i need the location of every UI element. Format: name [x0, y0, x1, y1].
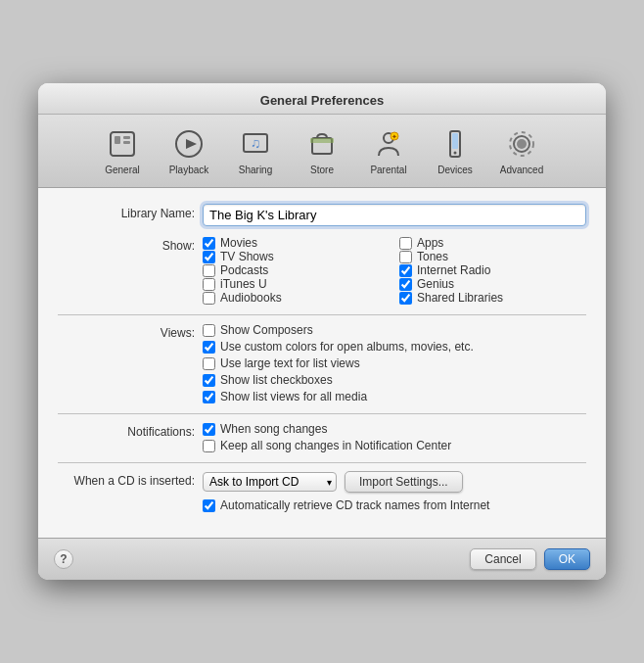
checkbox-list-checkboxes[interactable]: Show list checkboxes: [203, 373, 586, 387]
shared-libraries-checkbox[interactable]: [399, 292, 412, 305]
list-views-all-label: Show list views for all media: [220, 390, 367, 403]
checkbox-show-composers[interactable]: Show Composers: [203, 323, 586, 337]
tones-checkbox[interactable]: [399, 251, 412, 263]
show-content: Movies TV Shows Podcasts iTunes U: [195, 236, 586, 305]
window-title: General Preferences: [260, 93, 384, 108]
large-text-checkbox[interactable]: [203, 357, 215, 370]
toolbar-playback[interactable]: Playback: [158, 122, 220, 179]
checkbox-internet-radio[interactable]: Internet Radio: [399, 263, 586, 277]
list-checkboxes-checkbox[interactable]: [203, 374, 215, 387]
tv-shows-checkbox[interactable]: [203, 251, 215, 263]
tv-shows-label: TV Shows: [220, 250, 274, 263]
checkbox-keep-song-changes[interactable]: Keep all song changes in Notification Ce…: [203, 439, 586, 452]
show-left-column: Movies TV Shows Podcasts iTunes U: [203, 236, 390, 305]
genius-label: Genius: [417, 277, 454, 291]
show-right-column: Apps Tones Internet Radio Genius: [399, 236, 586, 305]
when-song-changes-checkbox[interactable]: [203, 423, 215, 436]
help-icon: ?: [60, 552, 67, 566]
content-area: Library Name: Show: Movies: [38, 188, 606, 538]
checkbox-movies[interactable]: Movies: [203, 236, 390, 250]
toolbar: General Playback ♫ Sharing: [38, 115, 606, 188]
checkbox-auto-retrieve[interactable]: Automatically retrieve CD track names fr…: [203, 498, 586, 512]
notifications-row: Notifications: When song changes Keep al…: [58, 422, 586, 452]
custom-colors-checkbox[interactable]: [203, 341, 215, 354]
keep-song-changes-checkbox[interactable]: [203, 440, 215, 452]
internet-radio-checkbox[interactable]: [399, 264, 412, 277]
bottom-bar: ? Cancel OK: [38, 538, 606, 580]
apps-checkbox[interactable]: [399, 237, 412, 250]
bottom-buttons: Cancel OK: [470, 548, 590, 570]
checkbox-tones[interactable]: Tones: [399, 250, 586, 263]
show-row: Show: Movies TV Shows: [58, 236, 586, 305]
advanced-icon: [504, 126, 539, 162]
svg-rect-3: [123, 141, 130, 144]
toolbar-advanced[interactable]: Advanced: [490, 122, 553, 179]
list-views-all-checkbox[interactable]: [203, 391, 215, 403]
toolbar-sharing[interactable]: ♫ Sharing: [224, 122, 287, 179]
cd-label: When a CD is inserted:: [58, 471, 195, 488]
itunes-u-label: iTunes U: [220, 277, 267, 291]
library-name-input[interactable]: [203, 204, 586, 226]
itunes-u-checkbox[interactable]: [203, 278, 215, 291]
svg-text:✦: ✦: [391, 133, 397, 140]
checkbox-itunes-u[interactable]: iTunes U: [203, 277, 390, 291]
import-settings-button[interactable]: Import Settings...: [345, 471, 463, 493]
checkbox-shared-libraries[interactable]: Shared Libraries: [399, 291, 586, 305]
checkbox-custom-colors[interactable]: Use custom colors for open albums, movie…: [203, 340, 586, 354]
apps-label: Apps: [417, 236, 443, 250]
svg-rect-0: [111, 132, 134, 156]
podcasts-checkbox[interactable]: [203, 264, 215, 277]
checkbox-list-views-all[interactable]: Show list views for all media: [203, 390, 586, 403]
when-song-changes-label: When song changes: [220, 422, 327, 436]
cd-select-wrapper: Ask to Import CD Import CD Import CD and…: [203, 472, 337, 492]
audiobooks-label: Audiobooks: [220, 291, 282, 305]
show-checkbox-grid: Movies TV Shows Podcasts iTunes U: [203, 236, 586, 305]
notifications-content: When song changes Keep all song changes …: [195, 422, 586, 452]
keep-song-changes-label: Keep all song changes in Notification Ce…: [220, 439, 451, 452]
devices-label: Devices: [437, 165, 473, 175]
views-checkboxes: Show Composers Use custom colors for ope…: [203, 323, 586, 403]
cd-action-select[interactable]: Ask to Import CD Import CD Import CD and…: [203, 472, 337, 492]
svg-point-15: [454, 152, 457, 155]
auto-retrieve-label: Automatically retrieve CD track names fr…: [220, 498, 489, 512]
show-composers-label: Show Composers: [220, 323, 313, 337]
toolbar-store[interactable]: Store: [291, 122, 353, 179]
large-text-label: Use large text for list views: [220, 356, 360, 370]
checkbox-when-song-changes[interactable]: When song changes: [203, 422, 586, 436]
views-content: Show Composers Use custom colors for ope…: [195, 323, 586, 403]
checkbox-podcasts[interactable]: Podcasts: [203, 263, 390, 277]
checkbox-audiobooks[interactable]: Audiobooks: [203, 291, 390, 305]
general-icon: [105, 126, 140, 162]
checkbox-tv-shows[interactable]: TV Shows: [203, 250, 390, 263]
svg-rect-1: [115, 136, 120, 144]
show-composers-checkbox[interactable]: [203, 324, 215, 337]
library-name-row: Library Name:: [58, 204, 586, 226]
divider-3: [58, 462, 586, 463]
svg-rect-14: [452, 133, 458, 149]
checkbox-large-text[interactable]: Use large text for list views: [203, 356, 586, 370]
library-name-label: Library Name:: [58, 204, 195, 220]
parental-label: Parental: [370, 165, 406, 175]
store-label: Store: [310, 165, 334, 175]
cancel-button[interactable]: Cancel: [470, 548, 535, 570]
checkbox-apps[interactable]: Apps: [399, 236, 586, 250]
general-label: General: [105, 165, 140, 175]
checkbox-genius[interactable]: Genius: [399, 277, 586, 291]
preferences-window: General Preferences General Playbac: [38, 83, 606, 580]
audiobooks-checkbox[interactable]: [203, 292, 215, 305]
movies-label: Movies: [220, 236, 257, 250]
playback-label: Playback: [169, 165, 209, 175]
shared-libraries-label: Shared Libraries: [417, 291, 503, 305]
podcasts-label: Podcasts: [220, 263, 268, 277]
genius-checkbox[interactable]: [399, 278, 412, 291]
auto-retrieve-checkbox[interactable]: [203, 499, 215, 512]
toolbar-general[interactable]: General: [91, 122, 154, 179]
custom-colors-label: Use custom colors for open albums, movie…: [220, 340, 474, 354]
movies-checkbox[interactable]: [203, 237, 215, 250]
toolbar-parental[interactable]: ✦ Parental: [357, 122, 420, 179]
cd-controls-row: Ask to Import CD Import CD Import CD and…: [203, 471, 586, 493]
ok-button[interactable]: OK: [544, 548, 590, 570]
list-checkboxes-label: Show list checkboxes: [220, 373, 333, 387]
help-button[interactable]: ?: [54, 549, 73, 569]
toolbar-devices[interactable]: Devices: [424, 122, 486, 179]
